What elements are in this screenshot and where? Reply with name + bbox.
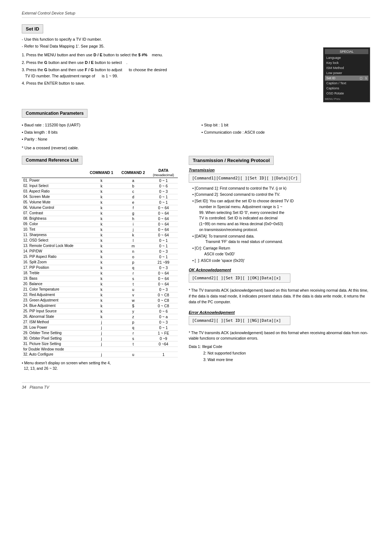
data-cell: 0 ~ 64: [149, 221, 178, 227]
cmd-name-cell: 31. Picture Size Setting: [22, 341, 86, 347]
cmd-table-body: 01. Power k a 0 ~ 1 02. Input Select k b…: [22, 178, 178, 357]
set-id-section: Set ID - Use this function to specify a …: [22, 24, 370, 102]
data-cell: 0 ~ 64: [149, 270, 178, 276]
cmd-name-cell: 25. PIP Input Source: [22, 308, 86, 314]
cmd-name-cell: 27. ISM Method: [22, 319, 86, 325]
set-id-step-3: 3. Press the G button and then use F / G…: [22, 67, 316, 79]
data-cell: 0 ~ C8: [149, 303, 178, 308]
error-ack-label: Error Acknowledgement: [189, 310, 370, 315]
comm-params-right: • Stop bit : 1 bit • Communication code …: [201, 122, 370, 143]
cmd2-cell: s: [117, 336, 149, 341]
table-row: 12. OSD Select k l 0 ~ 1: [22, 238, 178, 243]
table-row: 02. Input Select k b 0 ~ 6: [22, 183, 178, 189]
cmd2-cell: h: [117, 216, 149, 221]
tx-bullet-1: • [Command 1]: First command to control …: [192, 186, 370, 191]
cmd2-cell: a: [117, 178, 149, 183]
cmd-name-cell: 09. Color: [22, 221, 86, 227]
cmd2-cell: q: [117, 325, 149, 330]
table-row: 21. Color Temperature k u 0 ~ 3: [22, 287, 178, 292]
data-list: Data 1: Illegal Code 2: Not supported fu…: [189, 344, 370, 363]
cmd-name-cell: for Double Window mode: [22, 347, 86, 352]
data-cell: 0 ~ 64: [149, 210, 178, 216]
cmd1-cell: k: [86, 254, 117, 259]
cmd2-cell: z: [117, 314, 149, 319]
cmd-name-cell: 26. Abnormal State: [22, 314, 86, 319]
tx-bullet-6: • [ ]: ASCII code 'space (0x20)': [192, 258, 370, 264]
data-title: Data 1: Illegal Code: [189, 344, 222, 350]
data-cell: 0 ~ 1: [149, 238, 178, 243]
table-row: 03. Aspect Ratio k c 0 ~ 3: [22, 189, 178, 194]
cmd1-cell: j: [86, 330, 117, 336]
table-row: 14. PIP/DW k n 0 ~ 3: [22, 248, 178, 254]
tx-bullet-2: • [Command 2]: Second command to control…: [192, 192, 370, 198]
cmd2-cell: g: [117, 210, 149, 216]
cmd-name-cell: 20. Balance: [22, 281, 86, 287]
data-cell: 0 ~ 3: [149, 189, 178, 194]
data-cell: 0 ~ 3: [149, 248, 178, 254]
cmd-name-cell: 22. Red Adjustment: [22, 292, 86, 297]
tx-bullet-4: • [DATA]: To transmit command data. Tran…: [192, 234, 370, 245]
cmd2-cell: y: [117, 308, 149, 314]
table-row: 06. Volume Control k f 0 ~ 64: [22, 205, 178, 210]
table-row: 23. Green Adjustment k w 0 ~ C8: [22, 297, 178, 303]
cmd-name-cell: 01. Power: [22, 178, 86, 183]
table-row: 15. PIP Aspect Ratio k o 0 ~ 1: [22, 254, 178, 259]
menu-item-setid: Set ID◻1: [325, 76, 368, 81]
data-cell: 1 ~ FE: [149, 330, 178, 336]
menu-item-keylock: Key lock: [325, 60, 368, 65]
table-row: 07. Contrast k g 0 ~ 64: [22, 210, 178, 216]
cmd2-cell: i: [117, 221, 149, 227]
cmd1-cell: k: [86, 259, 117, 265]
set-id-intro-2: - Refer to 'Real Data Mapping 1'. See pa…: [22, 43, 316, 49]
cmd-name-cell: 23. Green Adjustment: [22, 297, 86, 303]
comm-params-heading: Communication Parameters: [22, 109, 87, 118]
cmd2-cell: d: [117, 194, 149, 199]
data-cell: 0 ~ 64: [149, 227, 178, 232]
data-cell: 0 ~ 64: [149, 276, 178, 281]
set-id-text: - Use this function to specify a TV ID n…: [22, 36, 316, 88]
cmd-name-cell: 04. Screen Mute: [22, 194, 86, 199]
cmd1-cell: k: [86, 221, 117, 227]
comm-params-section: Communication Parameters • Baud rate : 1…: [22, 109, 370, 150]
cmd-note: • Menu doesn't display on screen when se…: [22, 360, 178, 372]
comm-note: * Use a crossed (reverse) cable.: [22, 146, 370, 150]
cmd1-cell: k: [86, 281, 117, 287]
cmd-name-cell: 28. Low Power: [22, 325, 86, 330]
table-row: 16. Split Zoom k p 21 ~99: [22, 259, 178, 265]
cmd2-cell: c: [117, 189, 149, 194]
tx-notes: • [Command 1]: First command to control …: [189, 186, 370, 264]
cmd2-cell: o: [117, 254, 149, 259]
header: External Control Device Setup: [22, 11, 370, 18]
cmd1-cell: k: [86, 287, 117, 292]
ok-ack-label: OK Acknowledgement: [189, 268, 370, 272]
cmd1-cell: k: [86, 303, 117, 308]
data-cell: 0 ~64: [149, 341, 178, 347]
main-content: Command Reference List COMMAND 1 COMMAND…: [22, 156, 370, 376]
cmd1-cell: k: [86, 178, 117, 183]
cmd-ref-section: Command Reference List COMMAND 1 COMMAND…: [22, 156, 178, 372]
table-row: 17. PIP Position k q 0 ~ 3: [22, 265, 178, 270]
cmd2-cell: k: [117, 232, 149, 238]
table-row: 20. Balance k t 0 ~ 64: [22, 281, 178, 287]
data-cell: 21 ~99: [149, 259, 178, 265]
data-cell: 0 ~ 3: [149, 319, 178, 325]
cmd1-cell: j: [86, 341, 117, 347]
cmd1-cell: k: [86, 189, 117, 194]
error-ack-note: * The TV transmits ACK (acknowledgement)…: [189, 330, 370, 342]
menu-item-language: Language: [325, 55, 368, 60]
table-row: 13. Remote Control Lock Mode k m 0 ~ 1: [22, 243, 178, 248]
table-row: 11. Sharpness k k 0 ~ 64: [22, 232, 178, 238]
cmd-name-cell: 19. Bass: [22, 276, 86, 281]
data-cell: 0 ~ 1: [149, 243, 178, 248]
cmd2-cell: p: [117, 319, 149, 325]
cmd-name-cell: 05. Volume Mute: [22, 199, 86, 205]
cmd1-cell: j: [86, 325, 117, 330]
cmd2-cell: u: [117, 352, 149, 357]
table-row: 27. ISM Method j p 0 ~ 3: [22, 319, 178, 325]
set-id-step-1: 1. Press the MENU button and then use D …: [22, 52, 316, 58]
footer: 34 Plasma TV: [22, 382, 370, 389]
tx-bullet-5: • [Cr]: Carriage Return ASCII code '0x0D…: [192, 246, 370, 257]
cmd1-cell: k: [86, 199, 117, 205]
cmd-name-cell: 29. Orbiter Time Setting: [22, 330, 86, 336]
data-cell: 0 ~ 64: [149, 232, 178, 238]
